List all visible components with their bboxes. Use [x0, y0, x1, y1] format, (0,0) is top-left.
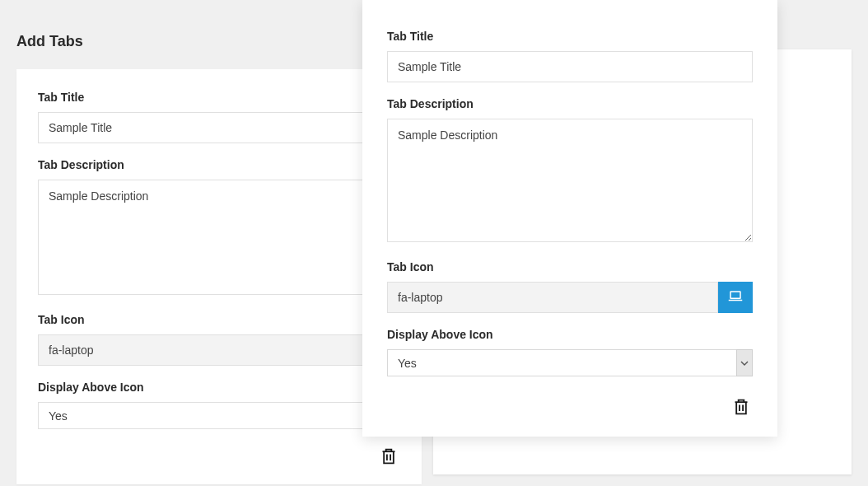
display-above-icon-label: Display Above Icon [387, 328, 753, 341]
tab-icon-input[interactable] [38, 334, 400, 366]
tab-card-back: Tab Title Tab Description Sample Descrip… [16, 69, 422, 484]
tab-description-label: Tab Description [387, 97, 753, 110]
tab-description-label: Tab Description [38, 158, 400, 171]
tab-icon-input[interactable] [387, 282, 718, 313]
tab-card-front: Tab Title Tab Description Sample Descrip… [362, 0, 777, 437]
trash-icon [380, 456, 397, 468]
tab-icon-label: Tab Icon [387, 260, 753, 273]
tab-icon-label: Tab Icon [38, 313, 400, 326]
tab-title-label: Tab Title [387, 30, 753, 43]
trash-icon [733, 406, 749, 418]
tab-title-input[interactable] [387, 51, 753, 82]
tab-title-label: Tab Title [38, 91, 400, 104]
delete-tab-button[interactable] [730, 395, 753, 422]
page-title: Add Tabs [16, 33, 83, 50]
icon-picker-button[interactable] [718, 282, 753, 313]
tab-description-textarea[interactable]: Sample Description [38, 180, 400, 295]
display-above-icon-select[interactable]: Yes [387, 349, 753, 376]
display-above-icon-select[interactable]: Yes [38, 402, 400, 429]
display-above-icon-label: Display Above Icon [38, 381, 400, 394]
delete-tab-button[interactable] [377, 444, 400, 471]
svg-rect-0 [730, 292, 740, 298]
tab-title-input[interactable] [38, 112, 400, 143]
tab-description-textarea[interactable]: Sample Description [387, 119, 753, 242]
laptop-icon [728, 291, 743, 305]
